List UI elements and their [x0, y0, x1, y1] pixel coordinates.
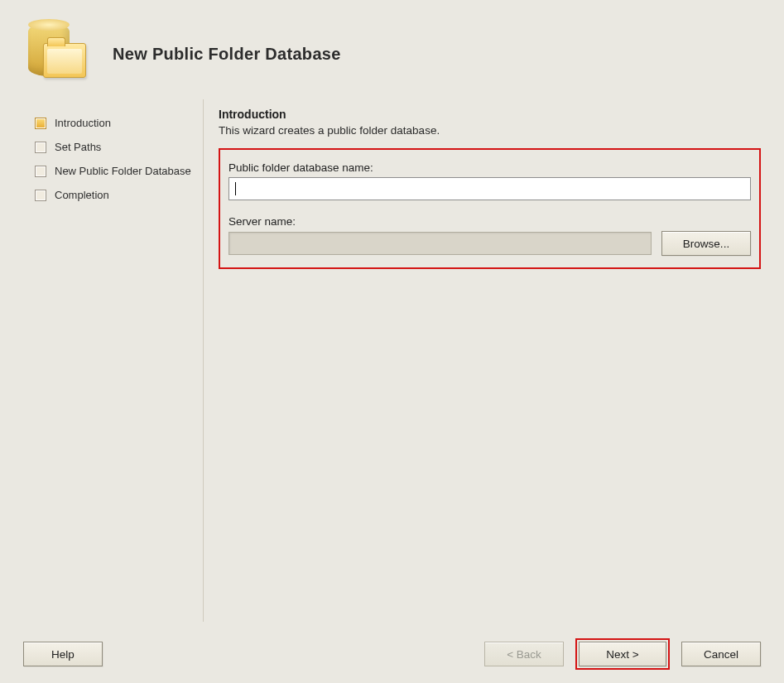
nav-step-introduction[interactable]: Introduction [35, 111, 195, 135]
wizard-content: Introduction This wizard creates a publi… [204, 99, 761, 622]
step-indicator-icon [35, 190, 46, 201]
inputs-highlight-box: Public folder database name: Server name… [219, 148, 761, 269]
server-name-label: Server name: [228, 215, 751, 228]
page-description: This wizard creates a public folder data… [219, 124, 761, 137]
wizard-body: Introduction Set Paths New Public Folder… [23, 99, 761, 622]
cancel-button[interactable]: Cancel [681, 642, 761, 666]
step-indicator-icon [35, 166, 46, 177]
nav-step-label: Introduction [55, 116, 111, 130]
nav-step-label: New Public Folder Database [55, 164, 191, 178]
back-button: < Back [484, 642, 564, 666]
next-button[interactable]: Next > [579, 642, 666, 666]
step-indicator-icon [35, 142, 46, 153]
page-title: Introduction [219, 108, 761, 121]
server-name-row: Browse... [228, 231, 751, 256]
nav-step-completion[interactable]: Completion [35, 183, 195, 207]
nav-step-new-public-folder-database[interactable]: New Public Folder Database [35, 159, 195, 183]
step-indicator-icon [35, 118, 46, 129]
wizard-title: New Public Folder Database [113, 45, 341, 64]
nav-step-set-paths[interactable]: Set Paths [35, 135, 195, 159]
next-button-highlight: Next > [575, 638, 670, 670]
footer-buttons: < Back Next > Cancel [484, 638, 761, 670]
folder-icon [43, 43, 86, 78]
text-caret-icon [235, 182, 236, 195]
browse-button[interactable]: Browse... [661, 231, 751, 256]
wizard-icon [23, 20, 88, 88]
wizard-steps-nav: Introduction Set Paths New Public Folder… [23, 99, 204, 622]
help-button[interactable]: Help [23, 642, 103, 666]
wizard-footer: Help < Back Next > Cancel [23, 622, 761, 670]
wizard-header: New Public Folder Database [23, 8, 761, 99]
wizard-dialog: New Public Folder Database Introduction … [0, 0, 784, 683]
nav-step-label: Set Paths [55, 140, 101, 154]
nav-step-label: Completion [55, 188, 109, 202]
database-name-label: Public folder database name: [228, 161, 751, 174]
server-name-input [228, 232, 652, 255]
database-name-input[interactable] [228, 177, 751, 200]
